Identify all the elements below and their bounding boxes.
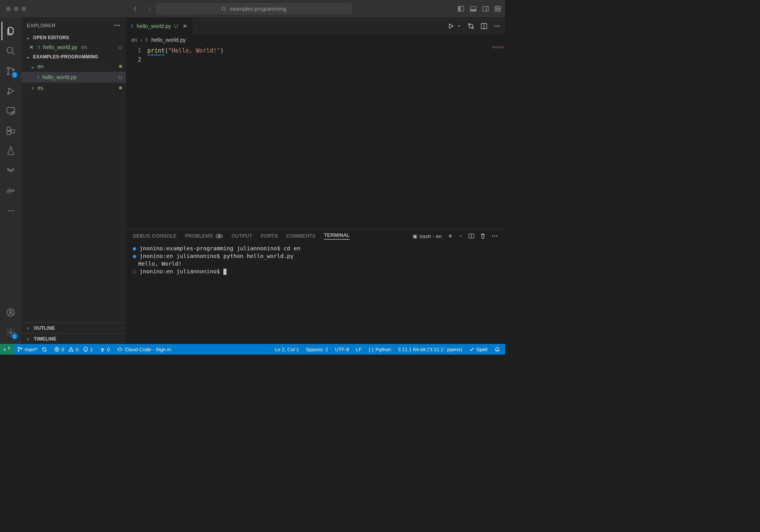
- timeline-section[interactable]: › TIMELINE: [21, 333, 126, 344]
- code-editor[interactable]: 1 2 print("Hello, World!"): [126, 45, 505, 229]
- status-language[interactable]: { } Python: [365, 344, 395, 355]
- activity-docker[interactable]: [2, 182, 20, 200]
- customize-layout-icon[interactable]: [494, 5, 501, 12]
- run-file-icon[interactable]: [448, 23, 454, 30]
- error-icon: [54, 347, 59, 352]
- status-eol[interactable]: LF: [353, 344, 365, 355]
- tab-hello-world[interactable]: ⚕ hello_world.py U ✕: [126, 17, 192, 35]
- brace-icon: { }: [369, 347, 373, 352]
- minimize-window-dot[interactable]: [14, 7, 18, 11]
- folder-es[interactable]: › es: [21, 83, 126, 93]
- project-section[interactable]: ⌄ EXAMPLES-PROGRAMMING: [21, 53, 126, 61]
- breadcrumb-file[interactable]: hello_world.py: [151, 37, 186, 43]
- svg-rect-9: [498, 9, 501, 12]
- terminal-cursor: [223, 269, 226, 275]
- file-hello-world[interactable]: ⚕ hello_world.py U: [21, 72, 126, 83]
- remote-indicator[interactable]: [0, 344, 14, 355]
- chevron-right-icon: ›: [30, 85, 35, 91]
- split-editor-icon[interactable]: [481, 23, 487, 30]
- status-branch[interactable]: main*: [14, 344, 51, 355]
- panel-tab-problems[interactable]: PROBLEMS1: [185, 233, 223, 239]
- zoom-window-dot[interactable]: [21, 7, 26, 11]
- terminal-dropdown-icon[interactable]: [459, 234, 463, 238]
- tab-status: U: [174, 23, 178, 29]
- tab-more-icon[interactable]: [494, 23, 501, 30]
- svg-point-44: [18, 350, 19, 351]
- open-editors-section[interactable]: ⌄ OPEN EDITORS: [21, 33, 126, 42]
- nav-forward-icon[interactable]: [146, 5, 153, 12]
- folder-label: en: [38, 63, 44, 69]
- activity-accounts[interactable]: [2, 303, 20, 322]
- svg-point-28: [10, 311, 12, 313]
- minimap[interactable]: [492, 46, 504, 48]
- svg-point-25: [10, 210, 12, 211]
- panel-tab-comments[interactable]: COMMENTS: [286, 233, 316, 239]
- activity-run-debug[interactable]: [2, 82, 20, 100]
- sync-icon[interactable]: [41, 347, 47, 352]
- close-window-dot[interactable]: [6, 7, 11, 11]
- panel-more-icon[interactable]: [491, 233, 498, 240]
- layout-sidebar-left-icon[interactable]: [458, 5, 464, 12]
- activity-search[interactable]: [2, 42, 20, 60]
- status-problems[interactable]: 0 0 1: [51, 344, 96, 355]
- run-dropdown-icon[interactable]: [457, 24, 461, 28]
- activity-testing[interactable]: [2, 142, 20, 160]
- terminal-output[interactable]: ● jnonino:examples-programming juliannon…: [126, 243, 505, 344]
- close-icon[interactable]: ✕: [29, 44, 34, 50]
- activity-remote[interactable]: [2, 102, 20, 120]
- search-placeholder: examples-programming: [230, 6, 286, 12]
- remote-icon: [4, 346, 10, 352]
- panel-tab-ports[interactable]: PORTS: [261, 233, 278, 239]
- file-label: hello_world.py: [42, 74, 77, 80]
- activity-explorer[interactable]: [2, 22, 20, 40]
- panel-tab-terminal[interactable]: TERMINAL: [324, 233, 349, 240]
- svg-point-14: [7, 93, 9, 94]
- sidebar-more-icon[interactable]: [114, 22, 121, 29]
- activity-settings[interactable]: 1: [2, 323, 20, 342]
- breadcrumb[interactable]: en › ⚕ hello_world.py: [126, 35, 505, 45]
- window-traffic-lights: [6, 7, 26, 11]
- chevron-down-icon: ⌄: [25, 54, 31, 59]
- split-terminal-icon[interactable]: [468, 233, 474, 239]
- beaker-icon: [6, 146, 16, 156]
- status-ports[interactable]: 0: [96, 344, 113, 355]
- activity-extensions[interactable]: [2, 122, 20, 140]
- activity-scm[interactable]: 2: [2, 62, 20, 80]
- status-indentation[interactable]: Spaces: 2: [302, 344, 332, 355]
- chevron-right-icon: ›: [140, 37, 142, 43]
- check-icon: [469, 347, 474, 352]
- new-terminal-icon[interactable]: [447, 233, 453, 239]
- status-cloud-code[interactable]: Cloud Code - Sign in: [113, 344, 174, 355]
- layout-panel-icon[interactable]: [470, 5, 477, 12]
- term-prompt: jnonino:examples-programming juliannonin…: [139, 245, 283, 251]
- status-spell[interactable]: Spell: [466, 344, 491, 355]
- layout-sidebar-right-icon[interactable]: [482, 5, 489, 12]
- panel-tab-output[interactable]: OUTPUT: [231, 233, 252, 239]
- activity-overflow[interactable]: [2, 202, 20, 220]
- command-center-search[interactable]: examples-programming: [156, 3, 352, 14]
- remote-explorer-icon: [6, 106, 16, 116]
- breadcrumb-dir[interactable]: en: [131, 37, 137, 43]
- status-interpreter[interactable]: 3.11.1 64-bit ('3.11.1': pyenv): [395, 344, 466, 355]
- open-editor-item[interactable]: ✕ ⚕ hello_world.py en U: [21, 42, 126, 53]
- docker-icon: [6, 186, 16, 196]
- files-icon: [6, 26, 16, 36]
- chevron-down-icon: ⌄: [30, 63, 35, 69]
- code-content[interactable]: print("Hello, World!"): [147, 45, 505, 229]
- nav-back-icon[interactable]: [132, 5, 139, 12]
- python-file-icon: ⚕: [145, 37, 148, 43]
- bottom-panel: DEBUG CONSOLE PROBLEMS1 OUTPUT PORTS COM…: [126, 229, 505, 344]
- close-tab-icon[interactable]: ✕: [183, 23, 187, 29]
- folder-en[interactable]: ⌄ en: [21, 61, 126, 72]
- activity-extra-1[interactable]: [2, 162, 20, 180]
- status-notifications[interactable]: [491, 344, 504, 355]
- token-string: "Hello, World!": [168, 47, 220, 54]
- kill-terminal-icon[interactable]: [480, 233, 486, 239]
- git-branch-icon: [17, 347, 23, 352]
- status-cursor-position[interactable]: Ln 2, Col 1: [271, 344, 302, 355]
- outline-section[interactable]: › OUTLINE: [21, 322, 126, 333]
- git-compare-icon[interactable]: [468, 23, 474, 30]
- status-encoding[interactable]: UTF-8: [332, 344, 353, 355]
- panel-tab-debug-console[interactable]: DEBUG CONSOLE: [133, 233, 177, 239]
- terminal-profile[interactable]: ▣bash - en: [413, 233, 442, 239]
